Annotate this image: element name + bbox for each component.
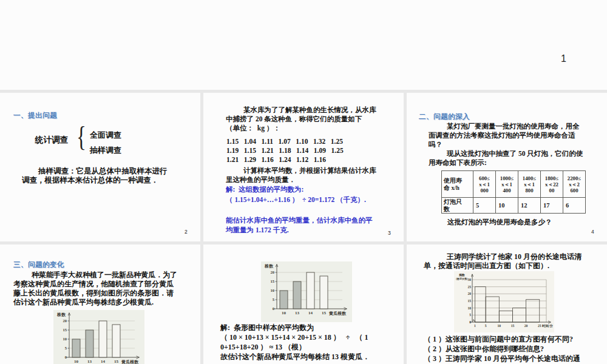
chart-label: 0 [65,355,67,359]
question-line: 这批灯泡的平均使用寿命是多少？ [447,218,552,226]
bar [99,321,107,357]
solution-line: 解: 这组数据的平均数为: [226,185,304,194]
slide-page-1[interactable]: 1 [0,0,607,90]
table-cell: 灯泡只 数 [442,198,473,214]
chart-label: 25 [538,324,541,328]
table-cell: 600≤ x＜1 000 [473,171,496,198]
table-cell: 10 [496,198,518,214]
chart-label: 10 [63,337,67,341]
solution-line: 故估计这个新品种黄瓜平均每株结 13 根黄瓜． [220,352,370,361]
slide-page-4[interactable]: 二、问题的深入 某灯泡厂要测量一批灯泡的使用寿命，用全 面调查的方法考察这批灯泡… [407,93,607,241]
chart-label: 15 [271,279,275,283]
text-line: （单位： kg ）： [226,124,280,132]
solution-line: 均重量为 1.172 千克. [226,226,289,234]
chart-label: 0 [273,306,274,311]
slide-page-2[interactable]: 一、提出问题 统计调查 { 全面调查 抽样调查 抽样调查：它是从总体中抽取样本进… [0,93,200,241]
chart-label: 15 [511,324,515,328]
table-cell: 5 [473,198,496,214]
bar [320,276,328,309]
chart-label: 15 [322,311,327,315]
chart-label: 黄瓜根数 [121,359,139,364]
slide-page-3[interactable]: 某水库为了了解某种鱼的生长情况，从水库 中捕捞了 20 条这种鱼，称得它们的质量… [203,93,404,241]
chart-label: 13 [295,311,300,315]
text-line: 面调查的方法考察这批灯泡的平均使用寿命合适 [429,131,575,140]
text-line: 计算样本平均数，并根据计算结果估计水库 [243,166,376,175]
text-line: 考察这种黄瓜的生产情况，他随机抽查了部分黄瓜 [13,280,174,288]
table-cell: 1400≤ x＜1 800 [518,171,541,198]
brace-glyph: { [76,123,86,151]
chart-label: 14 [308,311,313,315]
text-line: 某水库为了了解某种鱼的生长情况，从水库 [243,106,376,114]
text-line: 藤上长出的黄瓜根数，得到如图所示的条形图．请 [13,289,174,297]
question-line: （ 2 ）从这张图中你能得到哪些信息? [424,345,544,353]
chart-label: (通话次数) [456,277,468,280]
chart-label: 0 [469,320,471,324]
chart-label: 15 [63,328,67,332]
chart-label: 20 [271,270,275,274]
cucumber-bar-chart: 0510152010131415株数黄瓜根数 [53,310,144,364]
text-line: 中捕捞了 20 条这种鱼，称得它们的质量如下 [226,115,362,123]
chart-label: 20 [524,324,528,328]
chart-label: 14 [101,359,106,364]
slide-page-5[interactable]: 三、问题的变化 种菜能手李大叔种植了一批新品种黄瓜．为了 考察这种黄瓜的生产情况… [0,244,200,364]
page-number: 4 [591,229,594,235]
page-number: 3 [388,230,391,236]
question-line: （ 1 ）这张图与前面问题中的直方图有何不同? [424,335,573,343]
text-line: 种菜能手李大叔种植了一批新品种黄瓜．为了 [32,271,177,279]
solution-line: 解: 条形图中样本的平均数为 [220,323,314,332]
section-title: 一、提出问题 [13,111,57,120]
text-line: 单，按通话时间画出直方图（如下图）. [424,261,549,270]
chart-label: 5 [485,324,487,328]
chart-label: 10 [282,311,287,315]
section-title: 三、问题的变化 [13,260,64,269]
slide-page-7[interactable]: 王涛同学统计了他家 10 月份的长途电话清 单，按通话时间画出直方图（如下图）.… [407,244,607,364]
branch-census: 全面调查 [90,130,121,141]
chart-label: 10 [498,324,501,328]
chart-label: 频数 [458,273,465,277]
text-line: 王涛同学统计了他家 10 月份的长途电话清 [447,252,582,261]
chart-label: 30 [468,278,472,281]
chart-label: 1 [474,324,476,328]
chart-label: 15 [114,359,119,364]
term-statistical-survey: 统计调查 [35,135,68,146]
question-line: （ 3 ）王涛同学家 10 月份平均每个长途电话的通 [424,354,580,363]
chart-label: 10 [271,288,275,292]
solution-line: 0+15+18+20 ） ≈ 13 （根） [220,343,306,351]
text-line: 用寿命如下表所示: [429,158,487,167]
page-number: 2 [185,229,188,235]
page-number: 1 [561,53,566,64]
chart-label: 时间/分 [542,324,554,328]
chart-svg: 0510152025301510152025频数(通话次数)时间/分 [454,271,554,332]
table-cell: 2200≤ x＜2 600 [563,171,586,198]
table-cell: 12 [518,198,541,214]
chart-label: 25 [468,285,472,289]
slide-page-6[interactable]: 0510152010131415株数黄瓜根数 解: 条形图中样本的平均数为 （ … [203,244,404,364]
bar [72,339,80,357]
table-cell: 17 [541,198,563,214]
table-cell: 6 [563,198,586,214]
text-line: 抽样调查：它是从总体中抽取样本进行 [38,167,168,175]
chart-label: 15 [468,299,472,303]
data-row: 1.19 1.15 1.21 1.18 1.14 1.09 1.25 [226,146,344,155]
chart-label: 株数 [56,312,66,317]
chart-label: 20 [63,318,67,323]
chart-svg: 0510152010131415株数黄瓜根数 [53,310,144,364]
call-time-histogram: 0510152025301510152025频数(通话次数)时间/分 [454,271,554,332]
slide-sorter-canvas: 1 一、提出问题 统计调查 { 全面调查 抽样调查 抽样调查：它是从总体中抽取样… [0,0,607,364]
chart-svg: 0510152010131415株数黄瓜根数 [261,261,352,322]
bar [307,272,314,309]
text-line: 调查，根据样本来估计总体的一种调查． [22,176,158,184]
text-line: 某灯泡厂要测量一批灯泡的使用寿命，用全 [447,122,580,130]
text-line: 里这种鱼的平均质量． [226,175,296,184]
section-title: 二、问题的深入 [419,112,470,121]
chart-label: 5 [469,313,471,317]
text-line: 现从这批灯泡中抽查了 50 只灯泡，它们的使 [447,149,583,158]
chart-label: 株数 [264,263,274,269]
solution-line: （ 10 × 10+13 × 15+14 × 20+15 × 18 ） ÷ （ … [220,333,368,342]
chart-label: 黄瓜根数 [328,311,347,316]
bar [86,330,93,357]
bar [293,281,301,309]
cucumber-bar-chart: 0510152010131415株数黄瓜根数 [261,261,352,322]
chart-label: 13 [87,359,92,364]
text-line: 吗？ [429,140,443,149]
